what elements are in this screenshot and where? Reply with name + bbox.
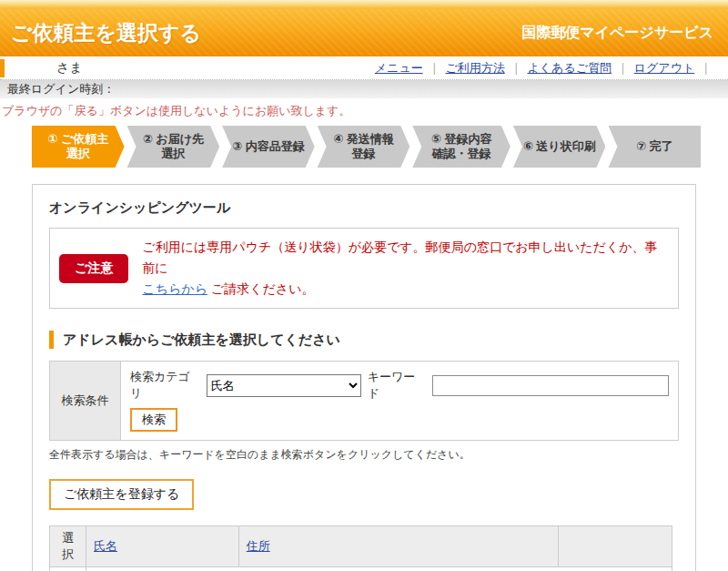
search-box: 検索条件 検索カテゴリ 氏名 キーワード 検索 [49,361,679,441]
top-gradient-strip [0,0,728,9]
table-header-row: 選択 氏名 住所 [50,526,672,567]
nav-separator: ｜ [617,60,629,76]
how-to-use-link[interactable]: ご利用方法 [445,60,504,76]
name-column-sort-link[interactable]: 氏名 [94,539,117,553]
nav-separator: ｜ [511,60,522,76]
address-column-sort-link[interactable]: 住所 [247,539,270,553]
service-name: 国際郵便マイページサービス [521,24,713,43]
menu-link[interactable]: メニュー [375,60,423,76]
section-title: アドレス帳からご依頼主を選択してください [49,331,679,349]
faq-link[interactable]: よくあるご質問 [527,60,612,76]
tool-title: オンラインシッピングツール [49,199,679,217]
step-5-confirm-register: ⑤ 登録内容 確認・登録 [412,126,511,168]
last-login-bar: 最終ログイン時刻： [0,80,728,98]
step-2-recipient-select: ② お届け先 選択 [127,126,220,168]
browser-back-warning: ブラウザの「戻る」ボタンは使用しないようにお願い致します。 [2,103,728,120]
search-category-label: 検索カテゴリ [130,369,200,402]
search-fields: 検索カテゴリ 氏名 キーワード 検索 [121,362,678,440]
page-title: ご依頼主を選択する [11,19,201,47]
caution-badge: ご注意 [59,254,128,283]
user-name-suffix: さま [0,60,83,76]
last-login-label: 最終ログイン時刻： [7,81,115,97]
notice-text-before: ご利用には専用パウチ（送り状袋）が必要です。郵便局の窓口でお申し出いただくか、事… [142,240,657,275]
pouch-request-link[interactable]: こちらから [142,281,207,296]
notice-text-after: ご請求ください。 [211,281,315,296]
search-condition-label: 検索条件 [50,362,121,440]
header-nav: メニュー ｜ ご利用方法 ｜ よくあるご質問 ｜ ログアウト ｜ [375,60,728,76]
step-3-contents-register: ③ 内容品登録 [222,126,315,168]
search-category-select[interactable]: 氏名 [207,374,361,397]
app-header: ご依頼主を選択する 国際郵便マイページサービス [0,9,728,56]
notice-text: ご利用には専用パウチ（送り状袋）が必要です。郵便局の窓口でお申し出いただくか、事… [142,237,669,300]
manual-entry-radio-cell [50,567,86,571]
user-bar: さま メニュー ｜ ご利用方法 ｜ よくあるご質問 ｜ ログアウト ｜ [0,56,728,80]
accent-bar [0,59,5,77]
step-6-print-label: ⑥ 送り状印刷 [513,126,606,168]
actions-column-header [559,526,672,567]
keyword-input[interactable] [432,375,669,396]
manual-entry-row: アドレス帳から参照せずに、ご依頼主情報を入力する。（アドレス帳に保存されません） [50,567,672,571]
select-column-header: 選択 [50,526,86,567]
manual-entry-text: アドレス帳から参照せずに、ご依頼主情報を入力する。（アドレス帳に保存されません） [86,567,672,571]
main-content-box: オンラインシッピングツール ご注意 ご利用には専用パウチ（送り状袋）が必要です。… [32,184,696,571]
step-7-complete: ⑦ 完了 [608,126,701,168]
search-note: 全件表示する場合は、キーワードを空白のまま検索ボタンをクリックしてください。 [49,447,679,463]
notice-box: ご注意 ご利用には専用パウチ（送り状袋）が必要です。郵便局の窓口でお申し出いただ… [49,228,679,309]
step-1-sender-select: ① ご依頼主 選択 [32,126,125,168]
sender-table: 選択 氏名 住所 アドレス帳から参照せずに、ご依頼主情報を入力する。（アドレス帳… [49,525,672,571]
search-button[interactable]: 検索 [130,408,177,432]
nav-separator: ｜ [429,60,440,76]
logout-link[interactable]: ログアウト [634,60,695,76]
progress-steps: ① ご依頼主 選択 ② お届け先 選択 ③ 内容品登録 ④ 発送情報 登録 ⑤ … [32,126,701,168]
register-sender-button[interactable]: ご依頼主を登録する [49,479,194,510]
step-4-shipping-info: ④ 発送情報 登録 [318,126,410,168]
nav-separator: ｜ [700,60,712,76]
keyword-label: キーワード [368,369,426,402]
